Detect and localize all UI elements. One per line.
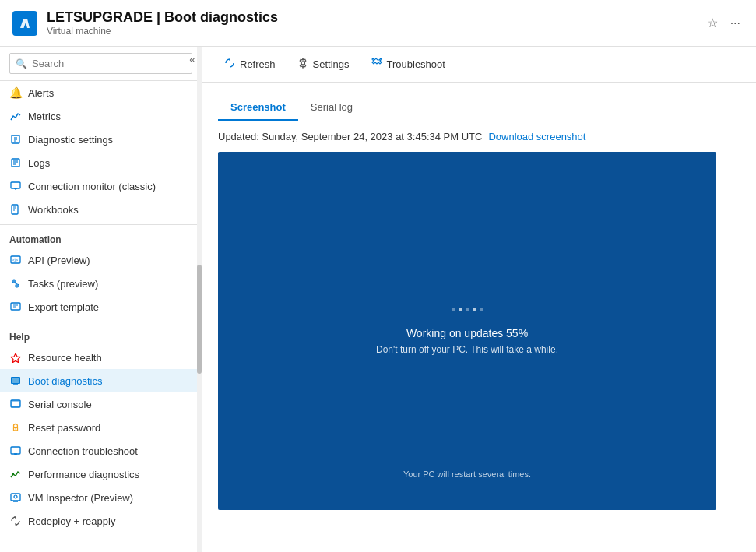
sidebar-item-reset-password[interactable]: Reset password (0, 416, 202, 439)
app-logo (12, 11, 37, 36)
main-layout: 🔍 « 🔔 Alerts Metrics Diagnostic settings (0, 47, 756, 552)
sidebar-item-export-template[interactable]: Export template (0, 295, 202, 318)
svg-rect-10 (11, 182, 20, 188)
sidebar-item-logs[interactable]: Logs (0, 151, 202, 174)
svg-rect-28 (12, 378, 19, 383)
sidebar-item-tasks-preview[interactable]: Tasks (preview) (0, 272, 202, 295)
sidebar-item-api-preview[interactable]: </> API (Preview) (0, 248, 202, 272)
export-template-icon (9, 301, 22, 313)
automation-section-label: Automation (0, 224, 202, 248)
sidebar-item-label: Redeploy + reapply (28, 515, 115, 527)
refresh-icon (224, 58, 235, 71)
sidebar-item-serial-console[interactable]: Serial console (0, 392, 202, 416)
settings-label: Settings (313, 58, 350, 70)
sidebar-item-vm-inspector[interactable]: VM Inspector (Preview) (0, 486, 202, 509)
header-actions: ☆ ··· (704, 12, 744, 33)
download-screenshot-link[interactable]: Download screenshot (488, 131, 585, 142)
page-title: LETSUPGRADE | Boot diagnostics (47, 9, 704, 26)
favorite-button[interactable]: ☆ (704, 12, 721, 33)
diagnostic-settings-icon (9, 133, 22, 146)
spinner-dot-1 (452, 308, 455, 311)
troubleshoot-icon (371, 58, 382, 71)
svg-rect-31 (12, 401, 19, 406)
workbooks-icon (9, 203, 22, 216)
sidebar-item-alerts[interactable]: 🔔 Alerts (0, 81, 202, 104)
sidebar: 🔍 « 🔔 Alerts Metrics Diagnostic settings (0, 47, 202, 552)
updated-info: Updated: Sunday, September 24, 2023 at 3… (218, 131, 740, 142)
scrollbar-thumb[interactable] (197, 265, 202, 374)
tabs-bar: Screenshot Serial log (218, 95, 740, 121)
settings-button[interactable]: Settings (288, 53, 359, 76)
connection-monitor-icon (9, 180, 22, 192)
sidebar-collapse-button[interactable]: « (189, 53, 195, 65)
sidebar-item-label: Tasks (preview) (28, 278, 98, 290)
alerts-icon: 🔔 (9, 86, 22, 99)
sidebar-item-label: Workbooks (28, 204, 79, 216)
connection-troubleshoot-icon (9, 445, 22, 457)
redeploy-reapply-icon (9, 515, 22, 527)
sidebar-item-label: Alerts (28, 87, 54, 99)
page-content: Screenshot Serial log Updated: Sunday, S… (202, 83, 756, 552)
boot-diagnostics-icon (9, 374, 22, 387)
sidebar-item-label: Boot diagnostics (28, 375, 102, 387)
sidebar-item-label: API (Preview) (28, 255, 90, 266)
sidebar-item-redeploy-reapply[interactable]: Redeploy + reapply (0, 509, 202, 533)
svg-point-38 (12, 473, 14, 475)
toolbar: Refresh Settings Troubleshoot (202, 47, 756, 83)
sidebar-item-resource-health[interactable]: Resource health (0, 346, 202, 369)
sidebar-item-label: Serial console (28, 399, 92, 410)
refresh-label: Refresh (240, 58, 276, 70)
sidebar-item-diagnostic-settings[interactable]: Diagnostic settings (0, 128, 202, 151)
sidebar-search-area: 🔍 (0, 47, 202, 81)
updated-text: Updated: Sunday, September 24, 2023 at 3… (218, 131, 482, 142)
svg-rect-35 (11, 447, 20, 454)
api-preview-icon: </> (9, 254, 22, 266)
bsod-sub-text: Don't turn off your PC. This will take a… (376, 344, 558, 355)
bsod-bottom-text: Your PC will restart several times. (403, 469, 531, 479)
sidebar-item-metrics[interactable]: Metrics (0, 104, 202, 128)
svg-rect-13 (12, 205, 18, 214)
performance-diagnostics-icon (9, 468, 22, 480)
metrics-icon (9, 110, 22, 122)
troubleshoot-button[interactable]: Troubleshoot (362, 53, 455, 76)
sidebar-item-label: VM Inspector (Preview) (28, 492, 133, 504)
bsod-content: Working on updates 55% Don't turn off yo… (218, 152, 716, 510)
sidebar-item-connection-monitor[interactable]: Connection monitor (classic) (0, 174, 202, 198)
search-wrapper: 🔍 (9, 53, 192, 74)
vm-inspector-icon (9, 491, 22, 504)
sidebar-item-performance-diagnostics[interactable]: Performance diagnostics (0, 462, 202, 486)
tasks-preview-icon (9, 277, 22, 290)
troubleshoot-label: Troubleshoot (387, 58, 445, 70)
tab-screenshot[interactable]: Screenshot (218, 95, 298, 121)
sidebar-item-connection-troubleshoot[interactable]: Connection troubleshoot (0, 439, 202, 462)
spinner-dot-2 (459, 308, 462, 311)
help-section-label: Help (0, 322, 202, 346)
logs-icon (9, 156, 22, 169)
sidebar-item-label: Resource health (28, 352, 102, 364)
sidebar-item-label: Export template (28, 301, 99, 313)
azure-logo-icon (17, 16, 33, 31)
page-subtitle: Virtual machine (47, 26, 704, 37)
sidebar-item-label: Diagnostic settings (28, 134, 113, 146)
svg-point-21 (13, 280, 15, 282)
svg-point-41 (14, 495, 17, 498)
refresh-button[interactable]: Refresh (215, 53, 285, 76)
sidebar-item-label: Connection troubleshoot (28, 445, 138, 457)
serial-console-icon (9, 398, 22, 410)
sidebar-item-label: Reset password (28, 422, 100, 434)
main-content-area: Refresh Settings Troubleshoot Screenshot (202, 47, 756, 552)
svg-line-23 (14, 283, 17, 284)
header-title-block: LETSUPGRADE | Boot diagnostics Virtual m… (47, 9, 704, 37)
sidebar-item-label: Metrics (28, 111, 61, 122)
svg-point-22 (16, 285, 18, 287)
sidebar-item-workbooks[interactable]: Workbooks (0, 198, 202, 221)
svg-rect-39 (11, 494, 20, 501)
sidebar-item-boot-diagnostics[interactable]: Boot diagnostics (0, 369, 202, 392)
header: LETSUPGRADE | Boot diagnostics Virtual m… (0, 0, 756, 47)
search-input[interactable] (9, 53, 192, 74)
more-options-button[interactable]: ··· (727, 13, 744, 33)
svg-point-42 (301, 62, 304, 65)
spinner-dot-3 (466, 308, 469, 311)
bsod-main-text: Working on updates 55% (406, 327, 528, 339)
tab-serial-log[interactable]: Serial log (298, 95, 365, 121)
